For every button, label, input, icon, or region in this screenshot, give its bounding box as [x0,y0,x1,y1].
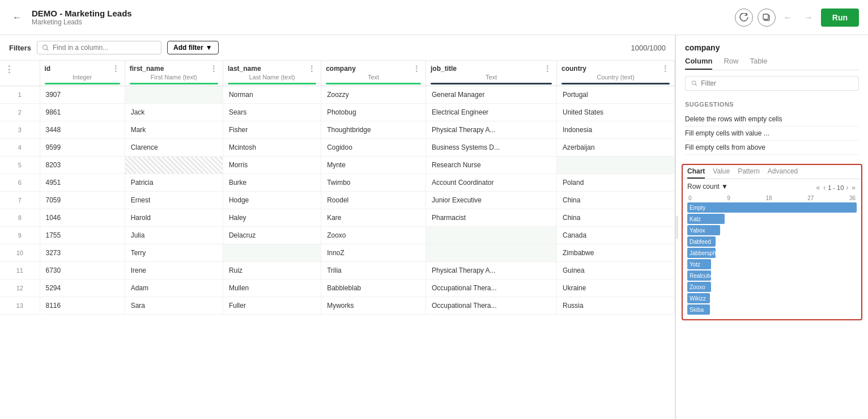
refresh-icon[interactable] [735,9,753,27]
cell-first_name [125,86,223,104]
run-button[interactable]: Run [821,9,859,27]
bar-container: Jabbersphere [687,248,857,258]
cell-id: 1755 [40,227,125,244]
cell-job_title: Account Coordinator [426,174,557,192]
table-row: 116730IreneRuizTriliaPhysical Therapy A.… [0,262,675,280]
chart-bar-section: Row count ▼ « ‹ 1 - 10 › » 0 9 18 27 36 [683,179,861,319]
cell-id: 4951 [40,174,125,192]
row-number: 4 [0,139,40,156]
bar-container: Yabox [687,225,857,235]
row-count-nav: « ‹ 1 - 10 › » [815,184,857,192]
data-table-wrapper: ⋮ id ⋮ Integer [0,61,675,419]
back-button[interactable]: ← [9,10,25,26]
bar-label: Wikizz [690,295,706,302]
cell-first_name: Harold [125,209,223,227]
search-box[interactable] [37,41,161,54]
rp-filter-box[interactable] [685,76,859,91]
last-page-btn[interactable]: » [850,184,857,192]
bar-fill: Yabox [687,225,720,235]
bar-fill: Jabbersphere [687,248,716,258]
search-icon [42,44,49,52]
bar-container: Katz [687,214,857,224]
chart-tab-advanced[interactable]: Advanced [768,167,798,179]
col-id-menu[interactable]: ⋮ [112,64,120,73]
cell-country: Canada [557,227,675,244]
header-right: ← → Run [735,9,859,27]
suggestion-fill-value[interactable]: Fill empty cells with value ... [685,126,859,141]
cell-country: United States [557,104,675,121]
row-number: 7 [0,192,40,209]
cell-first_name: Adam [125,280,223,297]
panel-collapse-toggle[interactable]: ◀ [675,216,678,239]
row-number: 10 [0,244,40,262]
col-header-company: company ⋮ Text [321,61,426,86]
cell-last_name: Sears [223,104,321,121]
cell-job_title: Physical Therapy A... [426,262,557,280]
col-country-menu[interactable]: ⋮ [661,64,670,73]
cell-company: Zooxo [321,227,426,244]
cell-first_name: Jack [125,104,223,121]
cell-last_name: Delacruz [223,227,321,244]
cell-country: Indonesia [557,121,675,139]
filters-label: Filters [9,44,31,52]
tab-column[interactable]: Column [685,57,712,70]
tab-row[interactable]: Row [724,57,738,70]
chart-section: Chart Value Pattern Advanced Row count ▼… [682,164,862,320]
table-row: 49599ClarenceMcintoshCogidooBusiness Sys… [0,139,675,156]
tab-table[interactable]: Table [750,57,767,70]
chart-bar-row: Yabox [687,225,857,235]
bar-label: Realcube [690,273,713,279]
row-number: 1 [0,86,40,104]
bar-label: Yabox [690,227,705,234]
first-page-btn[interactable]: « [815,184,821,192]
table-row: 125294AdamMullenBabbleblabOccupational T… [0,280,675,297]
col-last-name-menu[interactable]: ⋮ [308,64,316,73]
cell-country: China [557,209,675,227]
table-menu-icon[interactable]: ⋮ [5,64,14,75]
col-job-title-menu[interactable]: ⋮ [543,64,552,73]
cell-first_name: Patricia [125,174,223,192]
cell-last_name: Norman [223,86,321,104]
bar-fill: Empty [687,202,857,213]
cell-company: Roodel [321,192,426,209]
cell-id: 7059 [40,192,125,209]
bar-fill: Katz [687,214,725,224]
bar-label: Yotz [690,261,700,268]
row-number: 11 [0,262,40,280]
next-page-btn[interactable]: › [845,184,849,192]
right-panel: ◀ company Column Row Table SUGGESTIONS D… [675,35,868,419]
col-company-menu[interactable]: ⋮ [412,64,421,73]
chart-tab-value[interactable]: Value [713,167,730,179]
chart-bar-row: Empty [687,202,857,213]
cell-first_name: Irene [125,262,223,280]
cell-job_title: Junior Executive [426,192,557,209]
bar-fill: Wikizz [687,293,710,303]
suggestion-fill-above[interactable]: Fill empty cells from above [685,141,859,155]
search-input[interactable] [53,44,143,52]
redo-button[interactable]: → [801,10,816,26]
right-panel-header: company Column Row Table [676,35,868,70]
suggestion-delete-rows[interactable]: Delete the rows with empty cells [685,112,859,126]
prev-page-btn[interactable]: ‹ [822,184,827,192]
rp-filter-input[interactable] [701,79,853,87]
cell-last_name: Hodge [223,192,321,209]
add-filter-button[interactable]: Add filter ▼ [167,41,219,54]
chart-tab-chart[interactable]: Chart [687,167,705,179]
bar-label: Jabbersphere [690,250,724,256]
row-number: 13 [0,297,40,315]
chart-tab-pattern[interactable]: Pattern [738,167,760,179]
bar-label: Katz [690,216,701,222]
table-row: 103273TerryInnoZZimbabwe [0,244,675,262]
col-id-type: Integer [45,74,120,81]
cell-last_name [223,244,321,262]
undo-button[interactable]: ← [780,10,796,26]
filters-left: Filters Add filter ▼ [9,41,219,54]
row-num-header: ⋮ [0,61,40,86]
cell-id: 6730 [40,262,125,280]
right-panel-title: company [685,43,859,52]
cell-last_name: Haley [223,209,321,227]
copy-icon[interactable] [758,9,776,27]
cell-company: Twimbo [321,174,426,192]
col-country-type: Country (text) [561,74,670,81]
col-first-name-menu[interactable]: ⋮ [210,64,218,73]
